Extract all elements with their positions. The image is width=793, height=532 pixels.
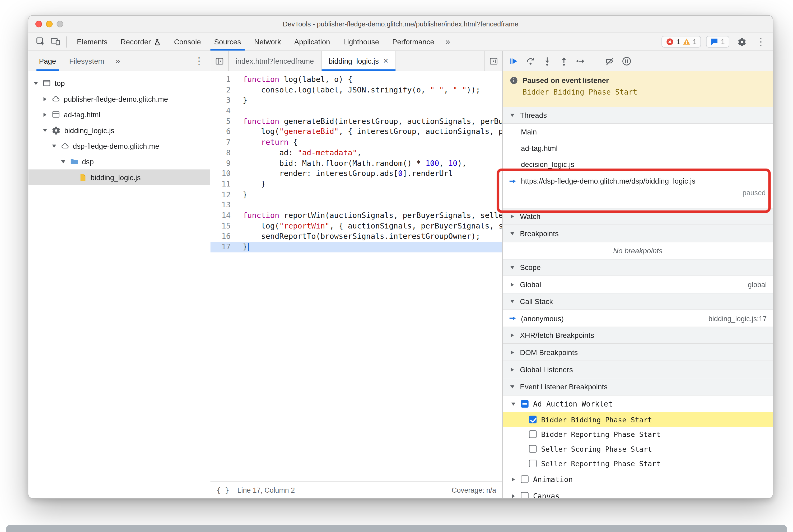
chevron-down-icon[interactable] — [51, 145, 57, 147]
thread-item-main[interactable]: Main — [503, 124, 773, 140]
elb-item-seller-reporting-phase-start[interactable]: Seller Reporting Phase Start — [503, 456, 773, 471]
nav-more-chevron[interactable]: » — [111, 56, 125, 66]
scope-section-header[interactable]: Scope — [503, 259, 773, 276]
hide-navigator-icon[interactable] — [210, 51, 228, 71]
xhr-breakpoints-section-header[interactable]: XHR/fetch Breakpoints — [503, 327, 773, 344]
elb-item-bidder-bidding-phase-start[interactable]: Bidder Bidding Phase Start — [503, 412, 773, 427]
tab-sources[interactable]: Sources — [208, 33, 248, 51]
step-out-icon[interactable] — [559, 56, 569, 66]
line-number[interactable]: 1 — [210, 74, 238, 85]
deactivate-breakpoints-icon[interactable] — [605, 56, 615, 66]
tree-item-dsp-fledge-demo-glitch-me[interactable]: dsp-fledge-demo.glitch.me — [28, 138, 210, 154]
code-editor[interactable]: 1function log(label, o) {2 console.log(l… — [210, 71, 502, 481]
tree-item-dsp[interactable]: dsp — [28, 154, 210, 169]
elb-category-ad-auction-worklet[interactable]: Ad Auction Worklet — [503, 395, 773, 412]
call-stack-frame[interactable]: (anonymous) bidding_logic.js:17 — [503, 310, 773, 327]
minimize-button[interactable] — [46, 21, 53, 27]
chevron-down-icon[interactable] — [41, 129, 48, 132]
chevron-down-icon[interactable] — [33, 82, 39, 84]
line-number[interactable]: 2 — [210, 85, 238, 95]
editor-tab-bidding-logic-js[interactable]: bidding_logic.js× — [321, 51, 396, 71]
tab-application[interactable]: Application — [288, 33, 337, 51]
line-number[interactable]: 11 — [210, 179, 238, 190]
line-number[interactable]: 14 — [210, 210, 238, 221]
more-tabs-chevron[interactable]: » — [441, 37, 455, 47]
tab-filesystem[interactable]: Filesystem — [62, 51, 111, 71]
tab-console[interactable]: Console — [168, 33, 208, 51]
line-number[interactable]: 9 — [210, 158, 238, 169]
tab-performance[interactable]: Performance — [386, 33, 441, 51]
watch-section-header[interactable]: Watch — [503, 208, 773, 225]
elb-item-seller-scoring-phase-start[interactable]: Seller Scoring Phase Start — [503, 441, 773, 456]
checkbox-unchecked[interactable] — [521, 492, 529, 499]
resume-icon[interactable] — [509, 56, 519, 66]
threads-section-header[interactable]: Threads — [503, 107, 773, 124]
line-number[interactable]: 12 — [210, 189, 238, 200]
tree-item-ad-tag-html[interactable]: ad-tag.html — [28, 107, 210, 122]
tab-recorder[interactable]: Recorder — [114, 33, 168, 51]
dom-breakpoints-section-header[interactable]: DOM Breakpoints — [503, 344, 773, 361]
chevron-down-icon[interactable] — [60, 160, 66, 163]
nav-kebab-icon[interactable]: ⋮ — [192, 56, 206, 66]
scope-global-row[interactable]: Global global — [503, 276, 773, 293]
breakpoints-section-header[interactable]: Breakpoints — [503, 225, 773, 242]
step-into-icon[interactable] — [542, 56, 552, 66]
chevron-right-icon[interactable] — [41, 97, 48, 101]
device-toolbar-icon[interactable] — [48, 34, 63, 49]
tab-page[interactable]: Page — [33, 51, 63, 71]
thread-item-https-dsp-fledge-demo-glitch-me-dsp-bidding-logic-js[interactable]: https://dsp-fledge-demo.glitch.me/dsp/bi… — [503, 172, 773, 208]
pause-on-exceptions-icon[interactable] — [622, 56, 631, 66]
step-icon[interactable] — [575, 56, 586, 66]
close-button[interactable] — [35, 21, 42, 27]
tab-lighthouse[interactable]: Lighthouse — [337, 33, 386, 51]
line-number[interactable]: 8 — [210, 148, 238, 158]
elb-category-canvas[interactable]: Canvas — [503, 488, 773, 499]
line-number[interactable]: 7 — [210, 137, 238, 148]
elb-item-bidder-reporting-phase-start[interactable]: Bidder Reporting Phase Start — [503, 427, 773, 442]
tree-item-top[interactable]: top — [28, 75, 210, 91]
checkbox-unchecked[interactable] — [529, 445, 537, 453]
step-over-icon[interactable] — [525, 56, 535, 66]
thread-item-ad-tag-html[interactable]: ad-tag.html — [503, 140, 773, 156]
thread-item-decision-logic-js[interactable]: decision_logic.js — [503, 156, 773, 172]
line-number[interactable]: 16 — [210, 231, 238, 242]
chevron-down-icon[interactable] — [510, 402, 516, 405]
traffic-lights — [35, 16, 63, 32]
tab-elements[interactable]: Elements — [70, 33, 114, 51]
pretty-print-button[interactable]: { } — [216, 486, 229, 494]
inspect-icon[interactable] — [33, 34, 48, 49]
checkbox-checked[interactable] — [529, 416, 537, 423]
navigate-forward-icon[interactable] — [484, 51, 502, 71]
zoom-button[interactable] — [57, 21, 63, 27]
line-number[interactable]: 3 — [210, 95, 238, 106]
checkbox-unchecked[interactable] — [529, 460, 537, 467]
chevron-right-icon[interactable] — [510, 494, 516, 498]
tree-item-bidding-logic-js[interactable]: bidding_logic.js — [28, 122, 210, 138]
line-number[interactable]: 15 — [210, 221, 238, 231]
tab-network[interactable]: Network — [247, 33, 288, 51]
editor-tab-index-html-fencedframe[interactable]: index.html?fencedframe — [228, 51, 321, 71]
checkbox-unchecked[interactable] — [521, 475, 529, 483]
close-icon[interactable]: × — [383, 57, 388, 65]
chevron-right-icon[interactable] — [41, 113, 48, 116]
line-number[interactable]: 5 — [210, 116, 238, 127]
tree-item-publisher-fledge-demo-glitch-me[interactable]: publisher-fledge-demo.glitch.me — [28, 91, 210, 107]
chevron-right-icon[interactable] — [510, 477, 516, 481]
global-listeners-section-header[interactable]: Global Listeners — [503, 361, 773, 378]
line-number[interactable]: 13 — [210, 200, 238, 211]
toolbar-divider — [66, 36, 67, 47]
tree-item-bidding-logic-js[interactable]: bidding_logic.js — [28, 169, 210, 185]
line-number[interactable]: 17 — [210, 242, 238, 252]
elb-category-animation[interactable]: Animation — [503, 471, 773, 487]
settings-gear-icon[interactable] — [734, 34, 749, 49]
checkbox-indeterminate[interactable] — [521, 400, 529, 407]
call-stack-section-header[interactable]: Call Stack — [503, 293, 773, 310]
event-listener-breakpoints-section-header[interactable]: Event Listener Breakpoints — [503, 378, 773, 395]
line-number[interactable]: 6 — [210, 127, 238, 137]
line-number[interactable]: 10 — [210, 169, 238, 179]
line-number[interactable]: 4 — [210, 106, 238, 116]
errors-warnings-pill[interactable]: 1 1 — [662, 36, 701, 48]
checkbox-unchecked[interactable] — [529, 430, 537, 438]
kebab-menu-icon[interactable]: ⋮ — [754, 37, 768, 46]
issues-pill[interactable]: 1 — [706, 36, 729, 48]
